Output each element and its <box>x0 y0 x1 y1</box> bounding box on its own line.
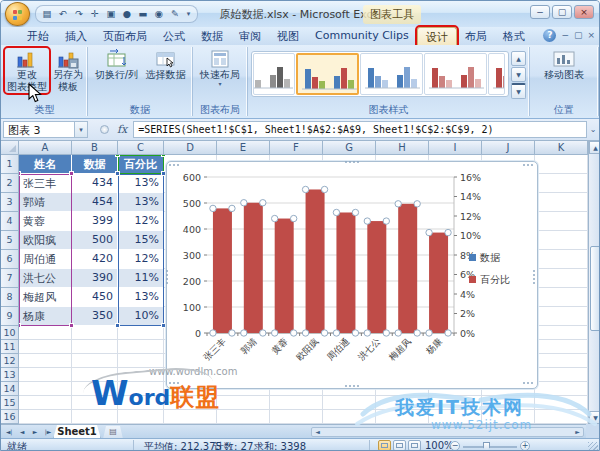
ribbon-tab-formulas[interactable]: 公式 <box>155 27 193 45</box>
undo-icon[interactable]: ↶ <box>56 7 70 21</box>
row-header-5[interactable]: 5 <box>1 231 19 250</box>
office-button[interactable] <box>5 2 30 26</box>
cell-A3[interactable]: 郭靖 <box>19 193 72 212</box>
chart-style-thumb-style-next[interactable] <box>488 53 505 95</box>
ribbon-tab-layout[interactable]: 布局 <box>457 27 495 45</box>
column-header-D[interactable]: D <box>164 141 217 155</box>
sheet-tab-sheet1[interactable]: Sheet1 <box>53 425 101 439</box>
cell-B9[interactable]: 350 <box>72 307 118 326</box>
last-sheet-icon[interactable]: |► <box>42 426 54 438</box>
bar-series2-1[interactable] <box>213 208 232 333</box>
row-header-11[interactable]: 11 <box>1 340 19 354</box>
row-header-8[interactable]: 8 <box>1 288 19 307</box>
row-header-12[interactable]: 12 <box>1 354 19 368</box>
bar-series2-8[interactable] <box>429 233 448 333</box>
cell-B6[interactable]: 420 <box>72 250 118 269</box>
cell-A4[interactable]: 黄蓉 <box>19 212 72 231</box>
switch-row-column-button[interactable]: 切换行/列 <box>92 48 141 81</box>
ribbon-tab-page-layout[interactable]: 页面布局 <box>95 27 155 45</box>
cell-A7[interactable]: 洪七公 <box>19 269 72 288</box>
cell-A6[interactable]: 周伯通 <box>19 250 72 269</box>
row-header-1[interactable]: 1 <box>1 155 19 174</box>
chart-style-thumb-style-color[interactable] <box>296 53 359 95</box>
scroll-down-icon[interactable]: ▼ <box>589 411 600 424</box>
zoom-out-icon[interactable]: − <box>450 441 460 451</box>
cell-B2[interactable]: 434 <box>72 174 118 193</box>
column-header-F[interactable]: F <box>270 141 323 155</box>
insert-function-icon[interactable] <box>100 125 109 134</box>
gallery-more-icon[interactable]: ▼ <box>511 83 526 99</box>
page-layout-view-button[interactable] <box>393 440 406 451</box>
row-header-13[interactable]: 13 <box>1 368 19 382</box>
move-chart-button[interactable]: 移动图表 <box>534 48 594 81</box>
normal-view-button[interactable] <box>378 440 391 451</box>
gallery-scroll-up-icon[interactable]: ▲ <box>511 51 526 66</box>
vertical-scroll-thumb[interactable] <box>590 246 600 331</box>
bar-series2-2[interactable] <box>244 203 263 333</box>
scroll-left-icon[interactable]: ◄ <box>312 428 323 436</box>
column-header-J[interactable]: J <box>482 141 535 155</box>
row-header-9[interactable]: 9 <box>1 307 19 326</box>
cell-B7[interactable]: 390 <box>72 269 118 288</box>
formula-bar-expand-icon[interactable]: ⌄ <box>587 125 599 134</box>
save-icon[interactable]: ▤ <box>40 7 54 21</box>
cell-B4[interactable]: 399 <box>72 212 118 231</box>
ribbon-tab-view[interactable]: 视图 <box>269 27 307 45</box>
cell-B3[interactable]: 454 <box>72 193 118 212</box>
bar-series2-6[interactable] <box>367 221 386 333</box>
doc-minimize-button[interactable]: − <box>561 29 569 42</box>
minimize-button[interactable]: − <box>530 5 550 19</box>
chart-style-thumb-style-red[interactable] <box>424 53 487 95</box>
redo-icon[interactable]: ↷ <box>72 7 86 21</box>
cell-B8[interactable]: 450 <box>72 288 118 307</box>
doc-close-button[interactable]: × <box>587 29 595 42</box>
formula-input[interactable]: =SERIES(Sheet1!$C$1, Sheet1!$A$2:$A$9, S… <box>133 121 587 138</box>
next-sheet-icon[interactable]: ► <box>29 426 41 438</box>
row-header-7[interactable]: 7 <box>1 269 19 288</box>
cell-B5[interactable]: 500 <box>72 231 118 250</box>
signature-icon[interactable]: ✎ <box>168 7 182 21</box>
bar-series2-3[interactable] <box>275 219 294 333</box>
row-header-6[interactable]: 6 <box>1 250 19 269</box>
ribbon-tab-home[interactable]: 开始 <box>19 27 57 45</box>
cell-C5[interactable]: 15% <box>118 231 164 250</box>
ribbon-tab-format[interactable]: 格式 <box>495 27 533 45</box>
zoom-slider-track[interactable] <box>463 446 517 448</box>
horizontal-scrollbar[interactable]: ◄ ► <box>311 427 584 437</box>
cell-B1[interactable]: 数据 <box>72 155 118 174</box>
resize-grip[interactable] <box>588 442 598 451</box>
zoom-slider-thumb[interactable] <box>483 442 490 451</box>
row-header-16[interactable]: 16 <box>1 410 19 424</box>
cell-C6[interactable]: 12% <box>118 250 164 269</box>
column-header-H[interactable]: H <box>376 141 429 155</box>
ribbon-tab-community-clips[interactable]: Community Clips <box>307 27 417 45</box>
row-header-15[interactable]: 15 <box>1 396 19 410</box>
row-header-14[interactable]: 14 <box>1 382 19 396</box>
strip-icon[interactable]: ▬ <box>136 7 150 21</box>
name-box[interactable]: 图表 3 <box>3 121 75 138</box>
help-icon[interactable]: ? <box>543 29 556 42</box>
row-header-4[interactable]: 4 <box>1 212 19 231</box>
scroll-right-icon[interactable]: ► <box>572 428 583 436</box>
name-box-dropdown-icon[interactable]: ▾ <box>75 121 88 138</box>
camera-icon[interactable]: ◉ <box>152 7 166 21</box>
doc-restore-button[interactable]: ▢ <box>574 29 583 42</box>
ribbon-tab-insert[interactable]: 插入 <box>57 27 95 45</box>
chart-style-thumb-style-gray[interactable] <box>253 53 295 95</box>
vertical-scrollbar[interactable]: ▲ ▼ <box>588 141 600 424</box>
ribbon-tab-data[interactable]: 数据 <box>193 27 231 45</box>
sphere-icon[interactable]: ● <box>120 7 134 21</box>
crop-icon[interactable]: ✛ <box>88 7 102 21</box>
row-header-2[interactable]: 2 <box>1 174 19 193</box>
column-header-B[interactable]: B <box>72 141 118 155</box>
picture-icon[interactable]: ▣ <box>104 7 118 21</box>
first-sheet-icon[interactable]: ◄| <box>3 426 15 438</box>
row-header-10[interactable]: 10 <box>1 326 19 340</box>
cell-C1[interactable]: 百分比 <box>118 155 164 174</box>
cell-C9[interactable]: 10% <box>118 307 164 326</box>
zoom-in-icon[interactable]: + <box>520 441 530 451</box>
ribbon-tab-review[interactable]: 审阅 <box>231 27 269 45</box>
gallery-scroll-down-icon[interactable]: ▼ <box>511 67 526 82</box>
cell-C4[interactable]: 12% <box>118 212 164 231</box>
quick-layout-button[interactable]: 快速布局▾ <box>196 48 244 87</box>
